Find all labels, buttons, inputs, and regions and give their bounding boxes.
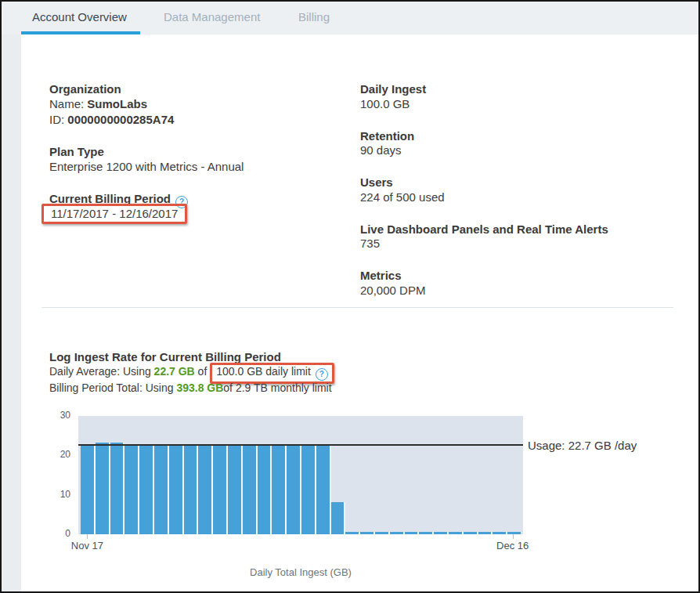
- highlight-box-daily-limit: 100.0 GB daily limit?: [210, 363, 334, 384]
- bars-container: [78, 416, 523, 534]
- x-tick-mark: [87, 534, 88, 539]
- bar-nov-30: [272, 445, 287, 534]
- bar-dec-2: [301, 444, 316, 534]
- y-tick-0: 0: [44, 528, 70, 539]
- daily-average-of: of: [195, 365, 210, 378]
- daily-average-line: Daily Average: Using 22.7 GB of 100.0 GB…: [49, 365, 334, 381]
- section-divider: [41, 307, 673, 308]
- bar-dec-4: [331, 502, 346, 534]
- bar-nov-26: [213, 444, 228, 534]
- organization-name: Name: SumoLabs: [49, 97, 147, 110]
- tab-bar: Account Overview Data Management Billing: [2, 2, 698, 34]
- tab-account-overview[interactable]: Account Overview: [32, 10, 127, 24]
- billing-period-value: 11/17/2017 - 12/16/2017: [51, 207, 178, 220]
- ingest-bar-chart: [78, 416, 523, 534]
- x-tick-mark: [513, 534, 514, 539]
- id-value: 0000000000285A74: [67, 113, 174, 126]
- bar-nov-29: [258, 444, 272, 534]
- retention-value: 90 days: [360, 143, 402, 157]
- live-dashboard-label: Live Dashboard Panels and Real Time Aler…: [360, 222, 608, 236]
- tab-data-management[interactable]: Data Management: [164, 10, 260, 24]
- id-label: ID:: [49, 113, 67, 126]
- ingest-section-title: Log Ingest Rate for Current Billing Peri…: [49, 350, 281, 363]
- bar-nov-20: [124, 444, 139, 534]
- tab-billing[interactable]: Billing: [298, 10, 330, 24]
- x-tick-dec-16: Dec 16: [496, 540, 529, 551]
- account-overview-page: Account Overview Data Management Billing…: [0, 0, 700, 593]
- plan-type-value: Enterprise 1200 with Metrics - Annual: [49, 160, 244, 173]
- live-dashboard-value: 735: [360, 237, 380, 250]
- x-tick-nov-17: Nov 17: [71, 540, 103, 551]
- bar-nov-17: [81, 445, 96, 534]
- plan-type-label: Plan Type: [49, 145, 104, 158]
- bar-nov-24: [184, 445, 199, 534]
- bar-dec-3: [316, 445, 331, 534]
- daily-average-used: 22.7 GB: [154, 365, 195, 378]
- organization-label: Organization: [49, 82, 121, 96]
- organization-id: ID: 0000000000285A74: [49, 113, 174, 126]
- billing-total-suffix: of 2.9 TB monthly limit: [223, 381, 331, 394]
- chart-axis-title: Daily Total Ingest (GB): [78, 566, 523, 578]
- usage-reference-line: [78, 444, 523, 446]
- daily-average-prefix: Daily Average: Using: [49, 365, 154, 378]
- metrics-label: Metrics: [360, 269, 402, 282]
- x-axis-ticks: Nov 17Dec 16: [78, 534, 523, 553]
- retention-label: Retention: [360, 129, 414, 143]
- y-tick-20: 20: [44, 449, 70, 460]
- bar-nov-22: [154, 445, 169, 534]
- bar-nov-21: [139, 445, 154, 534]
- billing-total-prefix: Billing Period Total: Using: [49, 381, 176, 394]
- highlight-box-billing-period: 11/17/2017 - 12/16/2017: [41, 204, 187, 224]
- name-label: Name:: [49, 97, 87, 110]
- bar-dec-1: [287, 445, 301, 534]
- daily-limit-value: 100.0 GB daily limit: [216, 365, 311, 378]
- bar-nov-27: [228, 445, 243, 534]
- daily-ingest-value: 100.0 GB: [360, 97, 410, 110]
- billing-total-line: Billing Period Total: Using 393.8 GBof 2…: [49, 381, 332, 394]
- y-tick-10: 10: [44, 489, 70, 500]
- bar-nov-18: [96, 443, 110, 534]
- users-label: Users: [360, 175, 393, 189]
- bar-nov-25: [198, 445, 213, 534]
- billing-total-used: 393.8 GB: [176, 381, 223, 394]
- daily-ingest-label: Daily Ingest: [360, 82, 426, 96]
- name-value: SumoLabs: [87, 97, 147, 110]
- usage-line-label: Usage: 22.7 GB /day: [528, 439, 637, 452]
- bar-nov-28: [243, 445, 258, 534]
- bar-nov-19: [110, 443, 125, 534]
- y-tick-30: 30: [44, 410, 70, 421]
- users-value: 224 of 500 used: [360, 190, 445, 204]
- help-icon[interactable]: ?: [316, 368, 328, 381]
- bar-nov-23: [169, 444, 184, 534]
- metrics-value: 20,000 DPM: [360, 284, 425, 297]
